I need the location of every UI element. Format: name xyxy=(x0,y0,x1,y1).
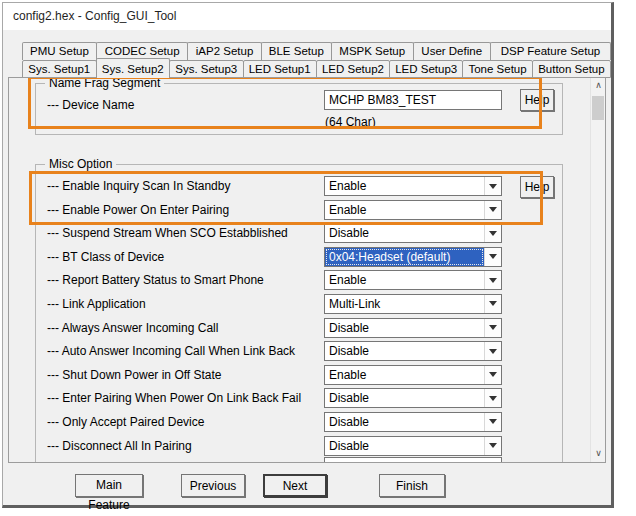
combobox-dropdown-arrow-icon[interactable] xyxy=(484,224,501,242)
misc-row-combobox[interactable]: Disable xyxy=(324,436,502,456)
combobox-dropdown-arrow-icon[interactable] xyxy=(484,342,501,360)
tab-led-setup3[interactable]: LED Setup3 xyxy=(389,60,463,78)
tab-led-setup1[interactable]: LED Setup1 xyxy=(243,60,317,78)
tab-pmu-setup[interactable]: PMU Setup xyxy=(22,42,97,60)
tab-strip: PMU SetupCODEC SetupiAP2 SetupBLE SetupM… xyxy=(22,42,610,78)
misc-row-combobox[interactable]: Disable xyxy=(324,388,502,408)
combobox-selected-value: Enable xyxy=(325,201,484,219)
misc-row-label: --- Suspend Stream When SCO Estabblished xyxy=(47,226,288,240)
misc-row-11: --- Disconnect All In PairingDisable xyxy=(9,435,605,459)
misc-row-4: --- Report Battery Status to Smart Phone… xyxy=(9,269,605,293)
misc-row-9: --- Enter Pairing When Power On Link Bac… xyxy=(9,387,605,411)
previous-button[interactable]: Previous xyxy=(181,474,245,497)
tab-ble-setup[interactable]: BLE Setup xyxy=(261,42,332,60)
misc-row-10: --- Only Accept Paired DeviceDisable xyxy=(9,411,605,435)
name-frag-help-button[interactable]: Help xyxy=(520,89,554,111)
misc-row-combobox[interactable]: Enable xyxy=(324,176,502,196)
misc-row-combobox[interactable]: Disable xyxy=(324,318,502,338)
tab-sys-setup2[interactable]: Sys. Setup2 xyxy=(96,58,171,79)
misc-row-label: --- Link Application xyxy=(47,297,146,311)
combobox-dropdown-arrow-icon[interactable] xyxy=(484,389,501,407)
misc-row-combobox[interactable]: Disable xyxy=(324,341,502,361)
combobox-dropdown-arrow-icon[interactable] xyxy=(484,177,501,195)
combobox-dropdown-arrow-icon[interactable] xyxy=(484,413,501,431)
combobox-selected-value: Enable xyxy=(325,366,484,384)
cutoff-next-row-combobox xyxy=(324,457,502,463)
device-name-char-hint: (64 Char) xyxy=(325,115,376,129)
combobox-selected-value: Enable xyxy=(325,177,484,195)
misc-row-1: --- Enable Power On Enter PairingEnable xyxy=(9,199,605,223)
combobox-selected-value: Multi-Link xyxy=(325,295,484,313)
misc-row-label: --- Report Battery Status to Smart Phone xyxy=(47,273,264,287)
tab-mspk-setup[interactable]: MSPK Setup xyxy=(331,42,414,60)
tab-button-setup[interactable]: Button Setup xyxy=(532,60,611,78)
misc-row-2: --- Suspend Stream When SCO Estabblished… xyxy=(9,222,605,246)
misc-row-label: --- Disconnect All In Pairing xyxy=(47,439,192,453)
combobox-dropdown-arrow-icon[interactable] xyxy=(484,271,501,289)
tab-sys-setup3[interactable]: Sys. Setup3 xyxy=(169,60,244,78)
combobox-selected-value: Disable xyxy=(325,413,484,431)
combobox-dropdown-arrow-icon[interactable] xyxy=(484,201,501,219)
misc-row-7: --- Auto Answer Incoming Call When Link … xyxy=(9,340,605,364)
misc-option-rows: --- Enable Inquiry Scan In StandbyEnable… xyxy=(9,175,605,458)
combobox-dropdown-arrow-icon[interactable] xyxy=(484,366,501,384)
combobox-dropdown-arrow-icon[interactable] xyxy=(484,248,501,266)
misc-row-label: --- Enable Power On Enter Pairing xyxy=(47,203,229,217)
scroll-up-arrow-icon[interactable]: ∧ xyxy=(591,78,606,94)
misc-row-5: --- Link ApplicationMulti-Link xyxy=(9,293,605,317)
misc-row-label: --- Shut Down Power in Off State xyxy=(47,368,222,382)
misc-row-combobox[interactable]: Enable xyxy=(324,270,502,290)
misc-option-group-title: Misc Option xyxy=(45,157,116,171)
combobox-selected-value: Disable xyxy=(325,389,484,407)
tab-iap2-setup[interactable]: iAP2 Setup xyxy=(187,42,261,60)
misc-row-combobox[interactable]: Multi-Link xyxy=(324,294,502,314)
window-titlebar[interactable]: config2.hex - Config_GUI_Tool xyxy=(3,3,611,30)
misc-row-combobox[interactable]: Disable xyxy=(324,223,502,243)
next-button[interactable]: Next xyxy=(263,474,327,497)
combobox-dropdown-arrow-icon[interactable] xyxy=(484,319,501,337)
misc-row-label: --- Auto Answer Incoming Call When Link … xyxy=(47,344,295,358)
misc-row-6: --- Always Answer Incoming CallDisable xyxy=(9,317,605,341)
tab-dsp-feature-setup[interactable]: DSP Feature Setup xyxy=(490,42,611,60)
combobox-dropdown-arrow-icon[interactable] xyxy=(484,437,501,455)
combobox-selected-value: Disable xyxy=(325,437,484,455)
misc-row-combobox[interactable]: Disable xyxy=(324,412,502,432)
combobox-selected-value: Enable xyxy=(325,271,484,289)
sys-setup2-page: Name Frag Segment --- Device Name (64 Ch… xyxy=(8,77,606,463)
main-feature-button[interactable]: Main Feature xyxy=(75,474,143,497)
config-gui-tool-window: config2.hex - Config_GUI_Tool PMU SetupC… xyxy=(2,2,614,508)
tab-user-define[interactable]: User Define xyxy=(413,42,491,60)
scroll-down-arrow-icon[interactable]: ∨ xyxy=(591,446,606,462)
combobox-selected-value: 0x04:Headset (default) xyxy=(325,248,484,266)
misc-row-label: --- BT Class of Device xyxy=(47,250,164,264)
misc-row-combobox[interactable]: Enable xyxy=(324,200,502,220)
tab-tone-setup[interactable]: Tone Setup xyxy=(462,60,532,78)
finish-button[interactable]: Finish xyxy=(379,474,445,497)
vertical-scrollbar[interactable]: ∧ ∨ xyxy=(590,78,605,462)
tab-led-setup2[interactable]: LED Setup2 xyxy=(316,60,390,78)
misc-row-label: --- Enable Inquiry Scan In Standby xyxy=(47,179,230,193)
window-title: config2.hex - Config_GUI_Tool xyxy=(13,9,176,23)
misc-row-combobox[interactable]: 0x04:Headset (default) xyxy=(324,247,502,267)
tab-sys-setup1[interactable]: Sys. Setup1 xyxy=(22,60,97,78)
tab-row-2: Sys. Setup1Sys. Setup2Sys. Setup3LED Set… xyxy=(22,60,610,78)
combobox-selected-value: Disable xyxy=(325,342,484,360)
device-name-input[interactable] xyxy=(324,90,502,110)
misc-option-help-button[interactable]: Help xyxy=(520,176,554,198)
misc-row-0: --- Enable Inquiry Scan In StandbyEnable xyxy=(9,175,605,199)
misc-row-3: --- BT Class of Device0x04:Headset (defa… xyxy=(9,246,605,270)
misc-row-label: --- Enter Pairing When Power On Link Bac… xyxy=(47,391,301,405)
scrollbar-thumb[interactable] xyxy=(592,96,604,120)
combobox-dropdown-arrow-icon[interactable] xyxy=(484,295,501,313)
device-name-label: --- Device Name xyxy=(47,98,134,112)
misc-row-label: --- Only Accept Paired Device xyxy=(47,415,204,429)
combobox-selected-value: Disable xyxy=(325,319,484,337)
combobox-selected-value: Disable xyxy=(325,224,484,242)
misc-row-label: --- Always Answer Incoming Call xyxy=(47,321,218,335)
misc-row-8: --- Shut Down Power in Off StateEnable xyxy=(9,364,605,388)
misc-row-combobox[interactable]: Enable xyxy=(324,365,502,385)
